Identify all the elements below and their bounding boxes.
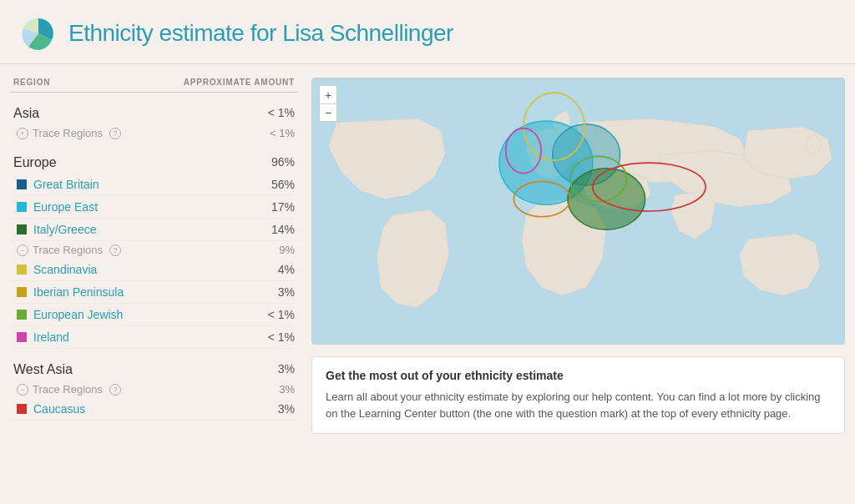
table-row[interactable]: Scandinavia 4% [10, 259, 298, 281]
caucasus-label: Caucasus [17, 402, 85, 416]
scandinavia-pct: 4% [278, 263, 295, 276]
iberian-label: Iberian Peninsula [17, 285, 124, 299]
content-area: REGION APPROXIMATE AMOUNT Asia < 1% + Tr… [0, 64, 855, 447]
table-row[interactable]: Ireland < 1% [10, 326, 298, 349]
svg-rect-3 [17, 224, 27, 234]
page-wrapper: Ethnicity estimate for Lisa Schnellinger… [0, 0, 855, 447]
italy-greece-pct: 14% [271, 223, 295, 236]
west-asia-trace-icon[interactable]: − [17, 384, 28, 396]
table-row[interactable]: Europe East 17% [10, 196, 298, 219]
asia-trace-icon[interactable]: + [17, 128, 28, 139]
great-britain-pct: 56% [271, 178, 295, 191]
asia-trace-pct: < 1% [270, 127, 295, 139]
map-controls: + − [319, 85, 337, 122]
svg-rect-1 [17, 179, 27, 189]
asia-title: Asia [13, 106, 39, 121]
ireland-pct: < 1% [268, 330, 295, 344]
info-box: Get the most out of your ethnicity estim… [311, 356, 845, 434]
west-asia-title-row: West Asia 3% [10, 357, 298, 381]
west-asia-trace-text: Trace Regions [33, 383, 103, 396]
europe-east-swatch [17, 202, 27, 212]
left-panel: REGION APPROXIMATE AMOUNT Asia < 1% + Tr… [10, 78, 298, 434]
europe-title-row: Europe 96% [10, 150, 298, 174]
scandinavia-swatch [17, 265, 27, 275]
zoom-in-button[interactable]: + [319, 85, 337, 103]
asia-trace-row: + Trace Regions ? < 1% [10, 124, 298, 142]
europe-trace-pct: 9% [279, 244, 295, 256]
caucasus-pct: 3% [278, 402, 295, 416]
west-asia-trace-pct: 3% [279, 383, 295, 396]
ireland-label: Ireland [17, 330, 69, 344]
europe-east-label: Europe East [17, 200, 98, 214]
region-asia: Asia < 1% + Trace Regions ? < 1% [10, 101, 298, 142]
great-britain-swatch [17, 179, 27, 189]
asia-trace-label: + Trace Regions ? [17, 127, 121, 139]
svg-rect-8 [17, 404, 27, 414]
west-asia-pct: 3% [278, 362, 295, 377]
iberian-pct: 3% [278, 285, 295, 299]
svg-point-12 [568, 169, 645, 229]
region-west-asia: West Asia 3% − Trace Regions ? 3% Caucas [10, 357, 298, 421]
european-jewish-swatch [17, 310, 27, 320]
region-europe: Europe 96% Great Britain 56% Europe East [10, 150, 298, 349]
caucasus-swatch [17, 404, 27, 414]
table-header: REGION APPROXIMATE AMOUNT [10, 78, 298, 93]
asia-trace-text: Trace Regions [33, 127, 103, 139]
col-region: REGION [13, 78, 50, 87]
page-title: Ethnicity estimate for Lisa Schnellinger [68, 20, 453, 47]
table-row[interactable]: European Jewish < 1% [10, 304, 298, 326]
west-asia-trace-label: − Trace Regions ? [17, 383, 121, 396]
pie-chart-icon [20, 15, 57, 52]
table-row[interactable]: Iberian Peninsula 3% [10, 281, 298, 304]
ireland-swatch [17, 332, 27, 342]
table-row[interactable]: Caucasus 3% [10, 398, 298, 421]
great-britain-label: Great Britain [17, 178, 99, 191]
asia-help-icon[interactable]: ? [109, 128, 121, 139]
iberian-swatch [17, 287, 27, 297]
table-row[interactable]: Great Britain 56% [10, 174, 298, 196]
europe-east-pct: 17% [271, 200, 295, 214]
svg-rect-7 [17, 332, 27, 342]
europe-trace-label: − Trace Regions ? [17, 244, 121, 256]
europe-pct: 96% [271, 155, 295, 170]
europe-trace-text: Trace Regions [33, 244, 103, 256]
info-text: Learn all about your ethnicity estimate … [326, 389, 831, 421]
header: Ethnicity estimate for Lisa Schnellinger [0, 0, 855, 64]
zoom-out-button[interactable]: − [319, 103, 337, 122]
italy-greece-label: Italy/Greece [17, 223, 96, 236]
scandinavia-label: Scandinavia [17, 263, 97, 276]
right-panel: + − [311, 78, 845, 434]
svg-rect-4 [17, 265, 27, 275]
asia-title-row: Asia < 1% [10, 101, 298, 124]
world-map [312, 78, 844, 344]
table-row[interactable]: Italy/Greece 14% [10, 219, 298, 241]
svg-rect-5 [17, 287, 27, 297]
west-asia-help-icon[interactable]: ? [109, 384, 121, 396]
italy-greece-swatch [17, 224, 27, 234]
europe-help-icon[interactable]: ? [109, 244, 121, 256]
col-amount: APPROXIMATE AMOUNT [184, 78, 295, 87]
european-jewish-label: European Jewish [17, 308, 123, 321]
west-asia-trace-row: − Trace Regions ? 3% [10, 381, 298, 398]
west-asia-title: West Asia [13, 362, 73, 377]
asia-pct: < 1% [268, 106, 295, 121]
info-title: Get the most out of your ethnicity estim… [326, 369, 831, 382]
european-jewish-pct: < 1% [268, 308, 295, 321]
europe-trace-icon[interactable]: − [17, 244, 28, 256]
svg-rect-6 [17, 310, 27, 320]
svg-rect-2 [17, 202, 27, 212]
europe-title: Europe [13, 155, 57, 170]
map-container: + − [311, 78, 845, 345]
europe-trace-row: − Trace Regions ? 9% [10, 241, 298, 259]
